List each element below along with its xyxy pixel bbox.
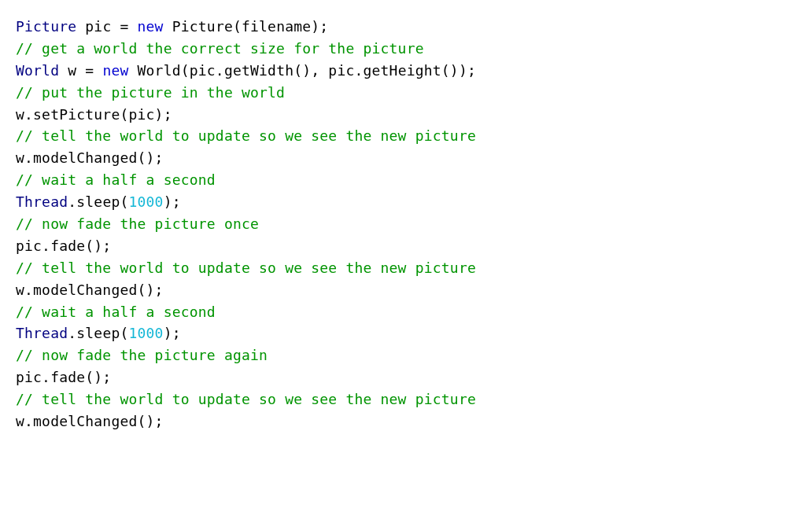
code-token: // tell the world to update so we see th… xyxy=(16,260,476,276)
code-token: Picture xyxy=(16,18,76,35)
code-token: w.modelChanged(); xyxy=(16,413,164,429)
code-token: // now fade the picture once xyxy=(16,215,259,232)
code-token: // wait a half a second xyxy=(16,171,216,188)
code-token: // wait a half a second xyxy=(16,304,216,320)
code-token: Thread xyxy=(16,193,68,210)
code-token: .sleep( xyxy=(68,193,128,210)
code-token: pic = xyxy=(76,18,137,35)
code-token: ); xyxy=(164,325,181,341)
code-token: // now fade the picture again xyxy=(16,347,268,363)
code-token: World(pic.getWidth(), pic.getHeight()); xyxy=(129,62,476,79)
code-token: .sleep( xyxy=(68,325,128,341)
code-token: pic.fade(); xyxy=(16,369,111,385)
code-token: w.modelChanged(); xyxy=(16,149,164,166)
code-token: // tell the world to update so we see th… xyxy=(16,391,476,407)
code-token: pic.fade(); xyxy=(16,237,111,254)
code-token: new xyxy=(102,62,128,79)
code-token: w.modelChanged(); xyxy=(16,282,164,298)
code-token: // tell the world to update so we see th… xyxy=(16,127,476,144)
code-token: Picture(filename); xyxy=(164,18,329,35)
code-token: 1000 xyxy=(129,193,164,210)
code-token: Thread xyxy=(16,325,68,341)
code-token: World xyxy=(16,62,59,79)
code-snippet: Picture pic = new Picture(filename); // … xyxy=(16,16,796,432)
code-token: ); xyxy=(164,193,181,210)
code-token: w.setPicture(pic); xyxy=(16,106,172,123)
code-token: // put the picture in the world xyxy=(16,84,285,101)
code-token: 1000 xyxy=(129,325,164,341)
code-token: new xyxy=(138,18,164,35)
code-token: w = xyxy=(59,62,102,79)
code-token: // get a world the correct size for the … xyxy=(16,40,424,57)
